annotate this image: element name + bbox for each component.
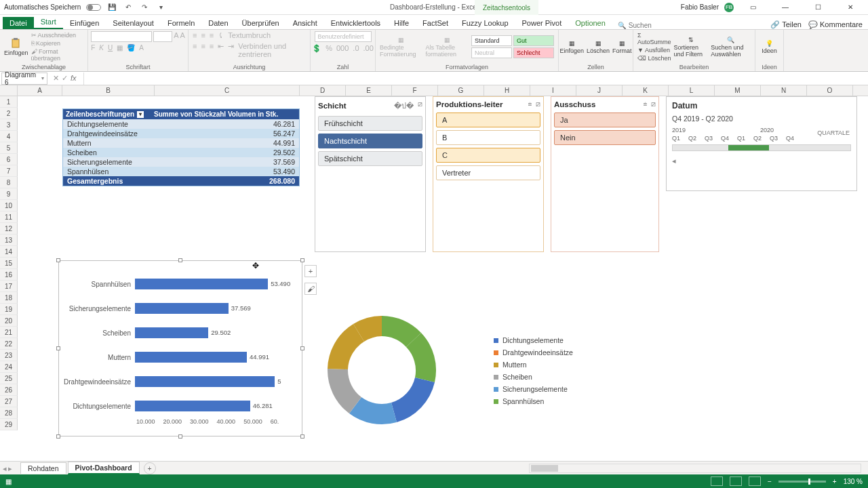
donut-chart[interactable]: DichtungselementeDrahtgewindeeinsätzeMut… <box>304 302 568 438</box>
contextual-tab[interactable]: Zeitachsentools <box>475 0 538 15</box>
tab-fuzzy[interactable]: Fuzzy Lookup <box>455 17 515 29</box>
tab-optionen[interactable]: Optionen <box>568 17 612 29</box>
col-header[interactable]: F <box>392 85 438 96</box>
pivot-cell[interactable]: Spannhülsen <box>63 167 185 176</box>
row-header[interactable]: 4 <box>0 131 18 142</box>
fx-cancel-icon[interactable]: ✕ <box>53 74 59 83</box>
bar-fill[interactable] <box>135 303 229 314</box>
sort-filter-button[interactable]: ⇅Sortieren und Filtern <box>674 37 709 58</box>
select-all-corner[interactable] <box>0 85 18 96</box>
row-header[interactable]: 19 <box>0 304 18 315</box>
zoom-slider[interactable] <box>778 481 826 483</box>
file-tab[interactable]: Datei <box>3 17 34 29</box>
resize-handle[interactable] <box>56 258 60 262</box>
style-gut[interactable]: Gut <box>513 35 554 46</box>
indent-inc-icon[interactable]: ⇥ <box>228 42 234 58</box>
slicer-item[interactable]: Frühschicht <box>318 116 422 131</box>
tab-start[interactable]: Start <box>34 16 63 29</box>
row-header[interactable]: 23 <box>0 350 18 361</box>
sheet-tab-rohdaten[interactable]: Rohdaten <box>20 462 66 474</box>
maximize-icon[interactable]: ☐ <box>804 0 831 15</box>
tell-me-search[interactable]: 🔍 Suchen <box>618 22 652 29</box>
row-header[interactable]: 18 <box>0 292 18 304</box>
pivot-cell[interactable]: 53.490 <box>185 167 299 176</box>
multiselect-icon[interactable]: �ป� <box>394 100 414 112</box>
align-right-icon[interactable]: ≡ <box>210 42 214 58</box>
row-header[interactable]: 12 <box>0 223 18 235</box>
row-header[interactable]: 11 <box>0 211 18 223</box>
style-schlecht[interactable]: Schlecht <box>513 47 554 58</box>
row-header[interactable]: 10 <box>0 200 18 211</box>
row-header[interactable]: 29 <box>0 419 18 430</box>
row-header[interactable]: 27 <box>0 396 18 407</box>
chart-brush-icon[interactable]: 🖌 <box>304 283 317 295</box>
format-painter-button[interactable]: 🖌 Format übertragen <box>31 48 83 62</box>
bar-fill[interactable] <box>135 376 275 387</box>
add-sheet-button[interactable]: + <box>144 462 156 474</box>
clear-filter-icon[interactable]: ⧄ <box>651 100 656 108</box>
border-button[interactable]: ▦ <box>117 44 123 52</box>
timeline-datum[interactable]: Datum Q4 2019 - Q2 2020 QUARTALE 2019202… <box>666 96 857 191</box>
row-header[interactable]: 16 <box>0 269 18 281</box>
bar-fill[interactable] <box>135 401 250 411</box>
sheet-tab-pivot-dashboard[interactable]: Pivot-Dashboard <box>68 462 140 474</box>
font-size-dropdown[interactable] <box>153 31 172 42</box>
autosave-toggle[interactable] <box>86 4 101 11</box>
row-header[interactable]: 7 <box>0 165 18 177</box>
redo-icon[interactable]: ↷ <box>139 2 150 13</box>
col-header[interactable]: I <box>530 85 576 96</box>
row-header[interactable]: 14 <box>0 246 18 258</box>
tab-powerpivot[interactable]: Power Pivot <box>515 17 569 29</box>
ideas-button[interactable]: 💡Ideen <box>762 40 777 54</box>
col-header[interactable]: L <box>669 85 715 96</box>
tab-hilfe[interactable]: Hilfe <box>387 17 416 29</box>
font-family-dropdown[interactable] <box>91 31 152 42</box>
dec-dec-icon[interactable]: .00 <box>363 44 374 53</box>
slicer-item[interactable]: C <box>436 148 540 163</box>
minimize-icon[interactable]: — <box>772 0 799 15</box>
row-header[interactable]: 17 <box>0 281 18 292</box>
save-icon[interactable]: 💾 <box>106 2 117 13</box>
merge-button[interactable]: Verbinden und zentrieren <box>238 42 306 58</box>
slicer-schicht[interactable]: Schicht�ป�⧄ FrühschichtNachtschichtSpäts… <box>315 96 426 252</box>
cut-button[interactable]: ✂ Ausschneiden <box>31 32 83 39</box>
row-header[interactable]: 20 <box>0 315 18 327</box>
fx-icon[interactable]: fx <box>71 74 77 83</box>
zoom-in-icon[interactable]: + <box>833 478 837 485</box>
tab-entwicklertools[interactable]: Entwicklertools <box>324 17 387 29</box>
sheet-nav-prev-icon[interactable]: ◂ <box>3 464 7 472</box>
slicer-item[interactable]: Spätschicht <box>318 151 422 166</box>
tab-daten[interactable]: Daten <box>201 17 235 29</box>
pivot-cell[interactable]: 44.991 <box>185 138 299 148</box>
align-top-icon[interactable]: ≡ <box>193 31 197 40</box>
zoom-out-icon[interactable]: − <box>768 478 772 485</box>
cond-format-button[interactable]: ▦Bedingte Formatierung <box>380 37 423 58</box>
tab-formeln[interactable]: Formeln <box>161 17 201 29</box>
pivot-cell[interactable]: Scheiben <box>63 148 185 157</box>
bar-fill[interactable] <box>135 352 247 363</box>
italic-button[interactable]: K <box>99 44 104 52</box>
tab-einfuegen[interactable]: Einfügen <box>63 17 106 29</box>
delete-cells-button[interactable]: ▦Löschen <box>587 40 610 54</box>
autosum-button[interactable]: Σ AutoSumme <box>637 32 671 45</box>
timeline-scroll-left-icon[interactable]: ◂ <box>672 157 851 165</box>
thousands-icon[interactable]: 000 <box>336 44 349 53</box>
paste-button[interactable]: Einfügen <box>4 38 28 56</box>
col-header[interactable]: C <box>155 85 300 96</box>
clear-button[interactable]: ⌫ Löschen <box>637 55 671 62</box>
sheet-nav-next-icon[interactable]: ▸ <box>8 464 12 472</box>
row-header[interactable]: 9 <box>0 188 18 200</box>
col-header[interactable]: B <box>62 85 155 96</box>
row-header[interactable]: 15 <box>0 258 18 269</box>
col-header[interactable]: D <box>300 85 346 96</box>
row-header[interactable]: 6 <box>0 154 18 165</box>
indent-dec-icon[interactable]: ⇤ <box>218 42 224 58</box>
shrink-font-icon[interactable]: A <box>180 31 185 42</box>
slicer-item[interactable]: Ja <box>554 113 656 127</box>
resize-handle[interactable] <box>300 258 304 262</box>
timeline-selection[interactable] <box>728 145 769 150</box>
slicer-item[interactable]: B <box>436 130 540 145</box>
align-center-icon[interactable]: ≡ <box>201 42 205 58</box>
qat-dropdown-icon[interactable]: ▾ <box>155 2 166 13</box>
pivot-cell[interactable]: Sicherungselemente <box>63 157 185 167</box>
